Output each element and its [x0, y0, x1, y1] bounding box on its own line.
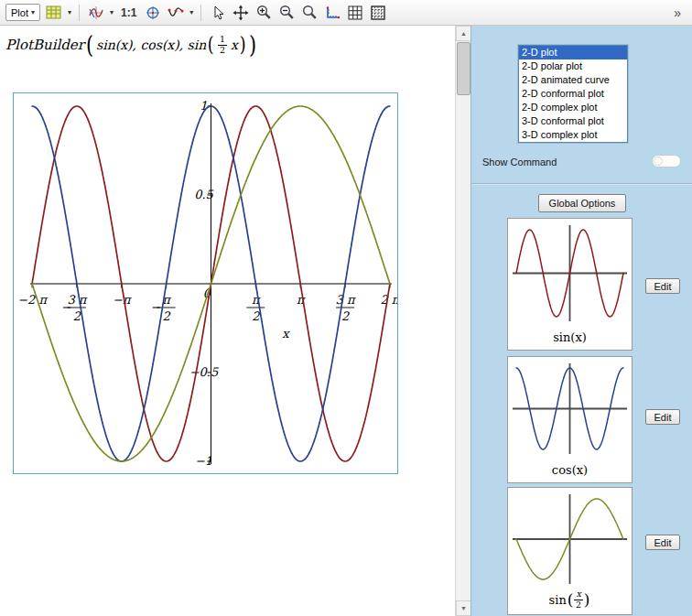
scroll-up-button[interactable]: ▲: [456, 26, 471, 41]
caption-close-paren: ): [583, 590, 591, 609]
cos-thumbnail-svg: [509, 359, 631, 459]
svg-text:2: 2: [163, 309, 171, 323]
toolbar-separator: [200, 5, 201, 21]
toolbar-separator: [79, 5, 80, 21]
svg-text:−: −: [150, 300, 160, 314]
svg-text:−1: −1: [195, 454, 212, 468]
expression-body: sin(x), cos(x), sin: [95, 38, 206, 52]
svg-text:2: 2: [252, 309, 260, 323]
grid-dense-icon[interactable]: [369, 4, 387, 22]
plotbuilder-sidebar: 2-D plot 2-D polar plot 2-D animated cur…: [470, 26, 692, 616]
svg-text:−π: −π: [113, 293, 132, 307]
plot-type-option-2d-complex[interactable]: 2-D complex plot: [519, 101, 627, 114]
expression-function-name: PlotBuilder: [5, 37, 84, 53]
svg-text:−0.5: −0.5: [189, 365, 219, 379]
plotbuilder-expression[interactable]: PlotBuilder ( sin(x), cos(x), sin ( 1 2 …: [5, 29, 259, 60]
svg-text:x: x: [282, 327, 290, 340]
fraction-denominator: 2: [218, 46, 227, 55]
caption-function-name: sin: [549, 593, 567, 607]
plot-type-option-3d-conformal[interactable]: 3-D conformal plot: [519, 114, 627, 128]
plot-thumbnail-cos[interactable]: cos(x): [507, 356, 633, 483]
plot-region[interactable]: −2 π3 π2−−ππ2−π2π3 π22 π10.5−0.5−10x: [13, 92, 398, 474]
plot-type-listbox[interactable]: 2-D plot 2-D polar plot 2-D animated cur…: [518, 45, 628, 143]
axes-ruler-icon[interactable]: [323, 4, 341, 22]
plot-type-option-2d-plot[interactable]: 2-D plot: [519, 46, 627, 59]
plot-thumbnail-sin-half[interactable]: sin(x2): [507, 487, 633, 615]
svg-text:0.5: 0.5: [194, 188, 213, 201]
plot-toolbar: Plot ▾ ▾ ▾ 1:1: [0, 0, 692, 26]
expression-fraction: 1 2: [218, 35, 227, 55]
zoom-icon[interactable]: [300, 4, 319, 22]
svg-text:2: 2: [73, 309, 81, 323]
chevron-down-icon[interactable]: ▾: [110, 8, 114, 16]
thumbnail-caption-sin-half: sin(x2): [549, 589, 591, 611]
show-command-label: Show Command: [482, 157, 557, 168]
global-options-button[interactable]: Global Options: [538, 194, 626, 212]
caption-open-paren: (: [567, 590, 575, 609]
thumbnail-caption-cos: cos(x): [552, 459, 588, 481]
table-chooser-icon[interactable]: [45, 4, 63, 22]
plot-type-option-2d-conformal[interactable]: 2-D conformal plot: [519, 87, 627, 101]
svg-text:3 π: 3 π: [336, 293, 356, 307]
chevron-down-icon[interactable]: ▾: [68, 8, 71, 16]
svg-text:−2 π: −2 π: [17, 293, 48, 307]
inner-close-paren: ): [239, 31, 246, 59]
chevron-down-icon: ▾: [31, 8, 35, 16]
edit-sin-half-button[interactable]: Edit: [645, 535, 680, 550]
sin-half-thumbnail-svg: [509, 490, 631, 589]
edit-cos-button[interactable]: Edit: [645, 409, 680, 425]
probe-icon[interactable]: [144, 4, 162, 22]
pan-icon[interactable]: [232, 4, 250, 22]
content-area: PlotBuilder ( sin(x), cos(x), sin ( 1 2 …: [0, 26, 692, 616]
zoom-in-icon[interactable]: [254, 4, 273, 22]
worksheet-canvas[interactable]: PlotBuilder ( sin(x), cos(x), sin ( 1 2 …: [0, 26, 455, 616]
sidebar-divider: [471, 183, 692, 184]
plot-type-option-3d-complex[interactable]: 3-D complex plot: [519, 128, 627, 142]
plot-menu-button[interactable]: Plot ▾: [5, 4, 40, 21]
caption-fraction-denominator: 2: [574, 600, 582, 610]
plot-menu-label: Plot: [11, 7, 28, 18]
point-probe-icon[interactable]: [167, 4, 185, 22]
caption-fraction-numerator: x: [574, 589, 582, 600]
expression-variable: x: [229, 38, 238, 52]
svg-text:2: 2: [341, 309, 350, 323]
sin-thumbnail-svg: [509, 221, 631, 326]
zoom-out-icon[interactable]: [277, 4, 296, 22]
chevron-down-icon[interactable]: ▾: [189, 8, 193, 16]
plot-thumbnail-sin[interactable]: sin(x): [507, 218, 633, 351]
inner-open-paren: (: [207, 31, 214, 59]
open-paren: (: [85, 31, 94, 59]
toggle-knob: [654, 157, 663, 166]
svg-text:−: −: [60, 300, 70, 314]
pointer-icon[interactable]: [209, 4, 227, 22]
edit-sin-button[interactable]: Edit: [645, 278, 680, 294]
plot-type-option-2d-animated[interactable]: 2-D animated curve: [519, 73, 627, 87]
fraction-numerator: 1: [218, 35, 227, 45]
scrollbar-thumb[interactable]: [457, 42, 470, 95]
show-command-toggle[interactable]: [652, 155, 681, 168]
main-plot-svg[interactable]: −2 π3 π2−−ππ2−π2π3 π22 π10.5−0.5−10x: [14, 93, 397, 473]
svg-text:1: 1: [200, 99, 207, 113]
toolbar-overflow-chevron[interactable]: »: [674, 5, 687, 20]
scroll-down-button[interactable]: ▼: [456, 600, 471, 616]
grid-solid-icon[interactable]: [346, 4, 364, 22]
plotbuilder-window: Plot ▾ ▾ ▾ 1:1: [0, 0, 692, 616]
plot-style-icon[interactable]: [87, 4, 105, 22]
thumbnail-caption-sin: sin(x): [553, 326, 587, 348]
close-paren: ): [249, 31, 258, 59]
caption-fraction: x2: [574, 589, 582, 610]
scale-1-1-button[interactable]: 1:1: [118, 6, 139, 19]
plot-type-option-2d-polar[interactable]: 2-D polar plot: [519, 59, 627, 73]
vertical-scrollbar[interactable]: ▲ ▼: [455, 26, 470, 616]
